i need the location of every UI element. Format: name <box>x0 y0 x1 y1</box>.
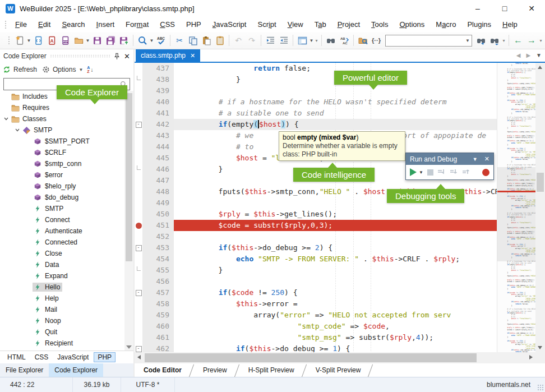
redo-icon[interactable]: ↷ <box>246 34 258 47</box>
line-number[interactable]: 455 <box>142 265 174 276</box>
code-line-452[interactable]: 452 <box>135 231 497 242</box>
close-icon[interactable]: ✕ <box>484 155 489 163</box>
code-line-460[interactable]: 460 "smtp_code" => $code, <box>135 321 497 332</box>
refresh-button[interactable]: Refresh <box>13 66 37 73</box>
line-number[interactable]: 445 <box>142 153 174 164</box>
line-number[interactable]: 457 <box>142 287 174 298</box>
line-number[interactable]: 453 <box>142 242 174 253</box>
menu-macro[interactable]: Macro <box>430 18 461 31</box>
pin-icon[interactable] <box>113 53 121 60</box>
step-into-icon[interactable] <box>450 169 458 176</box>
toolbar-overflow-icon[interactable]: ▾ <box>501 38 506 43</box>
close-panel-icon[interactable]: ✕ <box>124 52 130 61</box>
vertical-scrollbar[interactable] <box>535 63 545 352</box>
tree-item-expand[interactable]: Expand <box>0 270 124 282</box>
menu-options[interactable]: Options <box>394 18 430 31</box>
line-number[interactable]: 443 <box>142 130 174 141</box>
dropdown-icon[interactable]: ▼ <box>309 38 314 43</box>
line-number[interactable]: 458 <box>142 298 174 310</box>
indent-icon[interactable] <box>264 34 276 47</box>
copy-icon[interactable] <box>187 34 199 47</box>
find-in-files-icon[interactable] <box>357 34 369 47</box>
line-number[interactable]: 440 <box>142 96 174 108</box>
snippets-icon[interactable]: {··} <box>370 34 382 47</box>
options-button[interactable]: Options <box>53 66 76 73</box>
tree-item-crlf[interactable]: $CRLF <box>0 147 124 158</box>
brand-link[interactable]: blumentals.net <box>487 381 545 389</box>
menu-view[interactable]: View <box>282 18 309 31</box>
layout-icon[interactable] <box>296 34 308 47</box>
breakpoint-icon[interactable] <box>136 223 142 229</box>
menu-javascript[interactable]: JavaScript <box>207 18 252 31</box>
line-number[interactable]: 438 <box>142 74 174 85</box>
dropdown-icon[interactable]: ▼ <box>149 38 154 43</box>
outdent-icon[interactable] <box>278 34 290 47</box>
menu-php[interactable]: PHP <box>181 18 207 31</box>
tree-item-do_debug[interactable]: $do_debug <box>0 192 124 203</box>
chevron-down-icon[interactable]: ▼ <box>473 156 478 162</box>
save-upload-icon[interactable] <box>118 34 130 47</box>
tree-scrollbar-thumb[interactable] <box>126 93 132 261</box>
tab-class-smtp-php[interactable]: class.smtp.php ✕ <box>136 49 200 62</box>
code-line-438[interactable]: 438 } <box>135 74 497 85</box>
panel-tab-code-explorer[interactable]: Code Explorer <box>49 363 103 377</box>
sort-az-icon[interactable]: AZ ↓ <box>87 66 93 73</box>
tree-item-data[interactable]: Data <box>0 259 124 270</box>
chevron-down-icon[interactable] <box>13 128 21 132</box>
line-number[interactable]: 460 <box>142 321 174 332</box>
resize-grip[interactable] <box>537 384 543 390</box>
menu-plugins[interactable]: Plugins <box>461 18 497 31</box>
view-tab-v-split-preview[interactable]: V-Split Preview <box>309 363 376 377</box>
menu-tab[interactable]: Tab <box>309 18 332 31</box>
line-number[interactable]: 450 <box>142 209 174 220</box>
lang-tab-php[interactable]: PHP <box>94 352 116 362</box>
record-icon[interactable] <box>482 169 489 176</box>
line-number[interactable]: 451 <box>142 220 174 231</box>
new-php-file-icon[interactable]: PHP <box>59 34 71 47</box>
line-number[interactable]: 462 <box>142 343 174 352</box>
menu-help[interactable]: Help <box>497 18 523 31</box>
close-button[interactable]: ✕ <box>518 0 545 17</box>
stop-icon[interactable] <box>427 169 433 176</box>
step-over-icon[interactable] <box>437 169 446 176</box>
code-line-442[interactable]: -442 if(empty($host)) { <box>135 119 497 130</box>
menu-project[interactable]: Project <box>332 18 366 31</box>
code-line-450[interactable]: 450 $rply = $this->get_lines(); <box>135 209 497 220</box>
tree-item-close[interactable]: Close <box>0 248 124 259</box>
search-icon[interactable] <box>136 34 149 47</box>
code-line-462[interactable]: -462 if($this->do_debug >= 1) { <box>135 343 497 352</box>
tree-item-smtp[interactable]: SMTP <box>0 124 124 136</box>
line-number[interactable]: 444 <box>142 141 174 153</box>
nav-forward-icon[interactable]: → <box>525 34 538 47</box>
tab-list-icon[interactable]: ▼ <box>536 52 542 58</box>
toolbar-overflow-icon[interactable]: ▾ <box>538 38 543 43</box>
tree-item-noop[interactable]: Noop <box>0 315 124 326</box>
tree-item-smtp_conn[interactable]: $smtp_conn <box>0 158 124 169</box>
menu-file[interactable]: File <box>10 18 33 31</box>
chevron-down-icon[interactable] <box>2 117 10 121</box>
code-line-455[interactable]: 455 } <box>135 265 497 276</box>
new-code-file-icon[interactable] <box>32 34 44 47</box>
fold-collapse-icon[interactable]: - <box>136 346 142 352</box>
tree-item-help[interactable]: Help <box>0 293 124 304</box>
tree-item-mail[interactable]: Mail <box>0 304 124 315</box>
scroll-left-icon[interactable] <box>137 355 141 359</box>
tree-item-requires[interactable]: Requires <box>0 102 124 113</box>
replace-icon[interactable]: ABAC <box>338 34 350 47</box>
line-number[interactable]: 454 <box>142 253 174 265</box>
scroll-down-icon[interactable] <box>126 345 132 349</box>
code-line-437[interactable]: 437 return false; <box>135 63 497 74</box>
horizontal-scrollbar[interactable] <box>135 352 535 363</box>
lang-tab-html[interactable]: HTML <box>3 352 30 362</box>
run-options-icon[interactable]: ▼ <box>419 170 423 175</box>
new-text-file-icon[interactable]: A <box>45 34 58 47</box>
menu-css[interactable]: CSS <box>154 18 181 31</box>
menu-insert[interactable]: Insert <box>91 18 121 31</box>
close-tab-icon[interactable]: ✕ <box>190 52 195 59</box>
menu-format[interactable]: Format <box>120 18 154 31</box>
tree-item-smtp_port[interactable]: $SMTP_PORT <box>0 136 124 147</box>
code-line-439[interactable]: 439 <box>135 85 497 96</box>
run-icon[interactable] <box>410 168 417 176</box>
code-line-453[interactable]: -453 if($this->do_debug >= 2) { <box>135 242 497 253</box>
paste-icon[interactable] <box>200 34 213 47</box>
